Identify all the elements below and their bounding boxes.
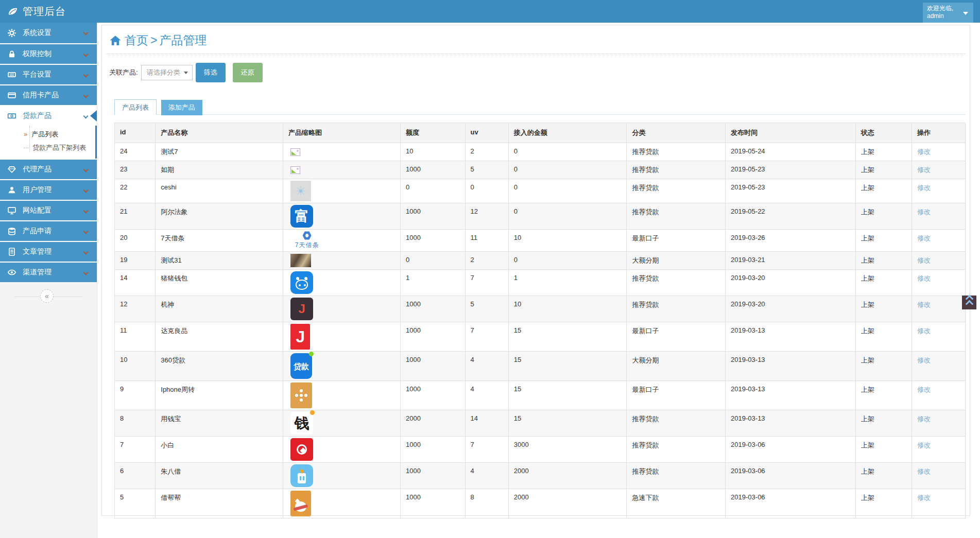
cell-id: 24 [115, 143, 156, 161]
column-header-uv: uv [465, 123, 508, 143]
cell-thumb [283, 437, 401, 463]
cell-date: 2019-05-23 [726, 161, 856, 179]
category-select[interactable]: 请选择分类 [141, 65, 193, 80]
cell-category: 最新口子 [627, 230, 726, 252]
product-thumbnail: J [290, 324, 310, 350]
table-row: 10360贷款贷款1000415大额分期2019-03-13上架修改 [115, 352, 966, 381]
cell-id: 20 [115, 230, 156, 252]
edit-link[interactable]: 修改 [917, 274, 931, 282]
cell-category: 推荐贷款 [627, 296, 726, 322]
sidebar-item-label: 产品申请 [23, 227, 51, 236]
sidebar-item-label: 平台设置 [23, 70, 51, 79]
top-header-bar: 管理后台 欢迎光临, admin [0, 0, 980, 23]
chevron-down-icon [83, 250, 89, 255]
edit-link[interactable]: 修改 [917, 184, 931, 192]
edit-link[interactable]: 修改 [917, 356, 931, 364]
cell-name: 阿尔法象 [156, 203, 283, 230]
sidebar-item[interactable]: 文章管理 [0, 241, 97, 262]
tab-product-list[interactable]: 产品列表 [114, 99, 157, 115]
cell-status: 上架 [855, 296, 912, 322]
edit-link[interactable]: 修改 [917, 327, 931, 335]
reset-button[interactable]: 还原 [233, 63, 263, 82]
back-to-top-button[interactable] [962, 296, 976, 309]
tab-add-product[interactable]: 添加产品 [161, 100, 202, 115]
product-thumbnail: 富 [290, 205, 313, 228]
cell-date: 2019-03-13 [726, 322, 856, 352]
edit-link[interactable]: 修改 [917, 441, 931, 449]
cell-action: 修改 [912, 410, 965, 437]
column-header-amount: 接入的金额 [508, 123, 627, 143]
product-thumbnail [290, 383, 312, 408]
sidebar-item[interactable]: 信用卡产品 [0, 84, 97, 105]
platform-icon [7, 70, 16, 79]
cell-amount: 15 [508, 381, 627, 410]
table-row: 21阿尔法象富1000120推荐贷款2019-05-22上架修改 [115, 203, 966, 230]
cell-status: 上架 [855, 352, 912, 381]
cell-id: 21 [115, 203, 156, 230]
edit-link[interactable]: 修改 [917, 234, 931, 242]
sidebar-item[interactable]: 渠道管理 [0, 262, 97, 282]
sidebar-item[interactable]: 平台设置 [0, 64, 97, 84]
sidebar-subitem[interactable]: »产品列表 [0, 128, 95, 141]
sidebar-item[interactable]: 用户管理 [0, 179, 97, 200]
cell-quota: 1 [401, 270, 466, 296]
sidebar-item[interactable]: 代理产品 [0, 159, 97, 179]
cell-category: 大额分期 [627, 352, 726, 381]
table-row: 8用钱宝钱20001415推荐贷款2019-03-13上架修改 [115, 410, 966, 437]
cell-name: 借帮帮 [156, 489, 283, 518]
app-brand: 管理后台 [7, 0, 66, 23]
sidebar-subitem[interactable]: 贷款产品下架列表 [0, 141, 95, 154]
sidebar-item[interactable]: 贷款产品 [0, 105, 97, 126]
cell-id: 22 [115, 179, 156, 203]
welcome-text: 欢迎光临, [927, 5, 969, 12]
product-thumbnail [290, 438, 313, 461]
database-icon [7, 227, 16, 236]
cell-quota: 10 [401, 143, 466, 161]
diamond-icon [7, 165, 16, 174]
cell-thumb: J [283, 322, 401, 352]
table-row: 14猪猪钱包171推荐贷款2019-03-20上架修改 [115, 270, 966, 296]
product-thumbnail [290, 181, 311, 201]
edit-link[interactable]: 修改 [917, 415, 931, 423]
edit-link[interactable]: 修改 [917, 386, 931, 393]
chevron-down-icon [83, 73, 89, 78]
product-thumbnail [290, 148, 300, 156]
cell-date: 2019-03-20 [726, 270, 856, 296]
column-header-action: 操作 [912, 123, 965, 143]
cell-uv: 2 [465, 252, 508, 270]
chevron-down-icon [83, 188, 89, 193]
cell-category: 推荐贷款 [627, 143, 726, 161]
cell-quota: 1000 [401, 230, 466, 252]
chevron-up-icon [967, 298, 972, 308]
user-dropdown[interactable]: 欢迎光临, admin [923, 3, 973, 23]
eye-icon [7, 268, 16, 277]
cell-thumb: 贷款 [283, 352, 401, 381]
cell-amount: 2000 [508, 463, 627, 489]
cell-date: 2019-03-26 [726, 230, 856, 252]
breadcrumb-home-link[interactable]: 首页 [125, 32, 148, 48]
sidebar-item[interactable]: 网站配置 [0, 200, 97, 220]
edit-link[interactable]: 修改 [917, 256, 931, 264]
edit-link[interactable]: 修改 [917, 467, 931, 475]
edit-link[interactable]: 修改 [917, 166, 931, 173]
edit-link[interactable]: 修改 [917, 494, 931, 501]
edit-link[interactable]: 修改 [917, 301, 931, 308]
product-thumbnail: J [290, 298, 313, 320]
gear-icon [7, 28, 16, 38]
filter-button[interactable]: 筛选 [196, 63, 226, 82]
sidebar-item[interactable]: 产品申请 [0, 220, 97, 241]
sidebar: 系统设置权限控制平台设置信用卡产品贷款产品»产品列表贷款产品下架列表代理产品用户… [0, 23, 97, 538]
product-thumbnail [290, 464, 313, 487]
column-header-thumb: 产品缩略图 [283, 123, 401, 143]
edit-link[interactable]: 修改 [917, 148, 931, 155]
sidebar-item[interactable]: 权限控制 [0, 43, 97, 64]
sidebar-collapse-button[interactable]: « [40, 289, 54, 303]
cell-date: 2019-03-13 [726, 410, 856, 437]
monitor-icon [7, 206, 16, 215]
cell-thumb: J [283, 296, 401, 322]
cell-thumb [283, 179, 401, 203]
cell-action: 修改 [912, 463, 965, 489]
edit-link[interactable]: 修改 [917, 208, 931, 216]
sidebar-item[interactable]: 系统设置 [0, 23, 97, 43]
cell-amount: 15 [508, 410, 627, 437]
